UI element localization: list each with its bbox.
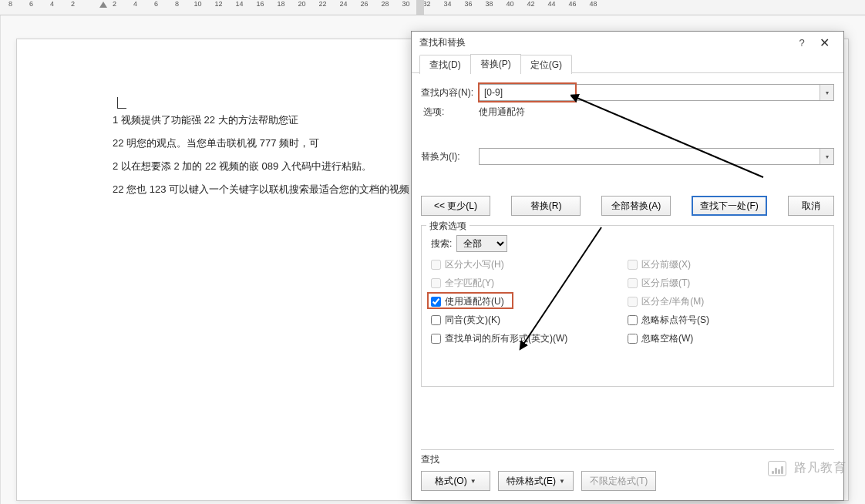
ruler-tick: 48 (583, 0, 604, 8)
indent-marker-icon[interactable] (99, 2, 108, 11)
search-options-legend: 搜索选项 (426, 220, 470, 233)
checkbox-option: 区分后缀(T) (628, 277, 824, 290)
checkbox-option: 区分大小写(H) (431, 258, 628, 271)
checkbox-label: 忽略标点符号(S) (641, 314, 709, 327)
find-input[interactable]: [0-9] ▾ (479, 84, 834, 101)
ruler-tick: 44 (541, 0, 562, 8)
dropdown-icon[interactable]: ▾ (820, 149, 833, 164)
checkbox-input (628, 260, 638, 270)
checkbox-input[interactable] (628, 315, 638, 325)
checkbox-label: 全字匹配(Y) (445, 277, 494, 290)
ruler-tick: 12 (208, 0, 229, 8)
search-options-group: 搜索选项 搜索: 全部 区分大小写(H)全字匹配(Y)使用通配符(U)同音(英文… (421, 225, 834, 387)
ruler-tick: 14 (229, 0, 250, 8)
find-replace-dialog: 查找和替换 ? ✕ 查找(D) 替换(P) 定位(G) 查找内容(N): [0-… (411, 31, 844, 501)
checkbox-label: 区分后缀(T) (641, 277, 690, 290)
search-scope-select[interactable]: 全部 (456, 235, 507, 252)
ruler-tick: 6 (146, 0, 167, 8)
format-button[interactable]: 格式(O)▼ (421, 471, 490, 491)
dialog-title: 查找和替换 (419, 36, 791, 49)
checkbox-input (431, 260, 441, 270)
find-input-value: [0-9] (484, 87, 503, 98)
checkbox-option: 区分前缀(X) (628, 258, 824, 271)
ruler-tick: 28 (375, 0, 395, 8)
replace-input[interactable]: ▾ (479, 148, 834, 165)
ruler-tick: 8 (0, 0, 21, 8)
ruler-tick: 6 (21, 0, 42, 8)
tab-replace[interactable]: 替换(P) (470, 54, 521, 73)
options-label: 选项: (423, 106, 479, 119)
checkbox-label: 区分前缀(X) (641, 258, 691, 271)
find-label: 查找内容(N): (421, 86, 479, 99)
cancel-button[interactable]: 取消 (788, 196, 834, 216)
checkbox-option[interactable]: 同音(英文)(K) (431, 314, 628, 327)
checkbox-input[interactable] (628, 334, 638, 344)
chevron-down-icon: ▼ (559, 478, 565, 485)
horizontal-ruler: 8642246810121416182022242628303234363840… (0, 0, 865, 15)
replace-all-button[interactable]: 全部替换(A) (601, 196, 671, 216)
no-format-button: 不限定格式(T) (581, 471, 656, 491)
ruler-tick: 22 (312, 0, 333, 8)
ruler-tick: 20 (291, 0, 312, 8)
dropdown-icon[interactable]: ▾ (820, 85, 833, 100)
ruler-tick: 40 (500, 0, 520, 8)
checkbox-input[interactable] (431, 315, 441, 325)
ruler-tick: 2 (62, 0, 83, 8)
chevron-down-icon: ▼ (470, 478, 476, 485)
replace-label: 替换为(I): (421, 150, 479, 163)
help-button[interactable]: ? (791, 37, 813, 49)
ruler-tick: 36 (458, 0, 479, 8)
checkbox-label: 区分大小写(H) (445, 258, 504, 271)
tab-find[interactable]: 查找(D) (419, 55, 471, 74)
checkbox-option[interactable]: 忽略标点符号(S) (628, 314, 824, 327)
chart-icon (768, 461, 786, 476)
checkbox-label: 查找单词的所有形式(英文)(W) (445, 332, 567, 345)
checkbox-label: 同音(英文)(K) (445, 314, 500, 327)
ruler-tick: 4 (42, 0, 62, 8)
checkbox-label: 区分全/半角(M) (641, 295, 704, 308)
ruler-tick: 38 (479, 0, 500, 8)
dialog-body: 查找内容(N): [0-9] ▾ 选项: 使用通配符 替换为(I): ▾ << … (412, 73, 843, 387)
options-value: 使用通配符 (479, 106, 525, 119)
ruler-tick: 10 (187, 0, 208, 8)
ruler-tick: 4 (125, 0, 146, 8)
checkbox-option[interactable]: 使用通配符(U) (431, 295, 628, 308)
checkbox-input (628, 278, 638, 288)
ruler-tick: 30 (395, 0, 416, 8)
paragraph-mark-icon (117, 97, 126, 109)
ruler-tick: 16 (250, 0, 271, 8)
special-format-button[interactable]: 特殊格式(E)▼ (498, 471, 574, 491)
replace-button[interactable]: 替换(R) (511, 196, 581, 216)
ruler-tick: 46 (562, 0, 583, 8)
dialog-tabs: 查找(D) 替换(P) 定位(G) (412, 53, 843, 73)
search-scope-label: 搜索: (431, 237, 452, 250)
ruler-tab-marker (416, 0, 424, 15)
find-next-button[interactable]: 查找下一处(F) (692, 196, 766, 216)
ruler-tick: 26 (354, 0, 375, 8)
ruler-tick: 8 (167, 0, 187, 8)
checkbox-input (431, 278, 441, 288)
ruler-tick: 18 (271, 0, 291, 8)
dialog-titlebar[interactable]: 查找和替换 ? ✕ (412, 32, 843, 53)
ruler-tick: 24 (333, 0, 354, 8)
watermark-text: 路凡教育 (794, 460, 846, 476)
checkbox-option: 区分全/半角(M) (628, 295, 824, 308)
watermark: 路凡教育 (768, 460, 846, 476)
ruler-tick: 42 (520, 0, 541, 8)
checkbox-label: 使用通配符(U) (445, 295, 504, 308)
tab-goto[interactable]: 定位(G) (520, 55, 572, 74)
checkbox-input (628, 297, 638, 307)
checkbox-input[interactable] (431, 297, 441, 307)
checkbox-option: 全字匹配(Y) (431, 277, 628, 290)
close-button[interactable]: ✕ (813, 35, 836, 50)
checkbox-input[interactable] (431, 334, 441, 344)
checkbox-label: 忽略空格(W) (641, 332, 693, 345)
ruler-tick: 34 (437, 0, 458, 8)
checkbox-option[interactable]: 忽略空格(W) (628, 332, 824, 345)
checkbox-option[interactable]: 查找单词的所有形式(英文)(W) (431, 332, 628, 345)
less-button[interactable]: << 更少(L) (421, 196, 490, 216)
